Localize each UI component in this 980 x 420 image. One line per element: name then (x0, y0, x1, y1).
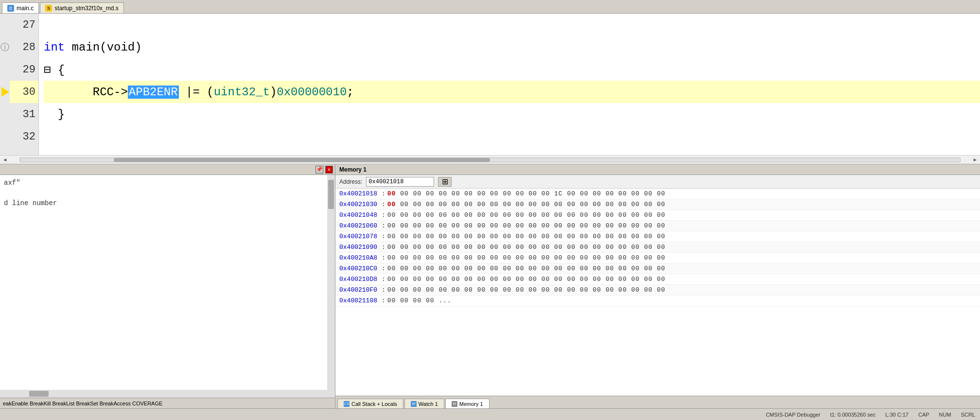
mem-bytes-10: 00 00 00 00 00 00 00 00 00 00 00 00 00 0… (387, 286, 665, 294)
keyword-int: int (44, 41, 65, 54)
breakpoint-area: ⓘ (0, 14, 10, 155)
tab-main-c-label: main.c (17, 5, 34, 12)
code-text-31: } (44, 108, 65, 121)
tab-callstack[interactable]: CS Call Stack + Locals (337, 399, 403, 408)
tab-memory1-label: Memory 1 (459, 401, 483, 407)
memory-row-11: 0x40021108 : 00 00 00 00 ... (335, 296, 980, 306)
info-icon-28: ⓘ (0, 41, 9, 53)
bp-slot-30 (0, 81, 10, 103)
memory-address-bar: Address: ⊞ (335, 175, 980, 189)
line-info-27: 27 (10, 14, 38, 36)
status-bar: CMSIS-DAP Debugger t1: 0.00035260 sec L:… (0, 408, 980, 420)
tab-startup[interactable]: S startup_stm32f10x_md.s (40, 2, 123, 13)
mem-addr-9: 0x400210D8 (335, 276, 382, 283)
keyword-uint32: uint32_t (214, 86, 270, 99)
tab-startup-label: startup_stm32f10x_md.s (54, 5, 118, 12)
code-line-30: RCC->APB2ENR |= (uint32_t)0x00000010; (44, 81, 980, 103)
status-time: t1: 0.00035260 sec (830, 412, 876, 418)
scroll-thumb-v (328, 180, 334, 209)
tab-bar: C main.c S startup_stm32f10x_md.s (0, 0, 980, 14)
line-number-gutter: 27 28 29 30 31 32 (10, 14, 39, 155)
mem-bytes-4: 00 00 00 00 00 00 00 00 00 00 00 00 00 0… (387, 222, 665, 229)
mem-bytes-7: 00 00 00 00 00 00 00 00 00 00 00 00 00 0… (387, 254, 665, 262)
bottom-section: 📌 ✕ axf" d line number eakEnable BreakKi… (0, 164, 980, 408)
status-scrl: SCRL (961, 412, 975, 418)
code-text-30a: |= ( (179, 86, 214, 99)
mem-addr-7: 0x400210A8 (335, 254, 382, 262)
horizontal-scrollbar[interactable]: ◀ ▶ (0, 155, 980, 164)
code-line-28: int main(void) (44, 36, 980, 58)
line-number-31: 31 (23, 108, 35, 121)
address-label: Address: (339, 178, 362, 185)
scroll-thumb-h (29, 391, 49, 397)
mem-bytes-3: 00 00 00 00 00 00 00 00 00 00 00 00 00 0… (387, 211, 665, 219)
console-line-2 (4, 188, 331, 198)
watch-icon: W (411, 401, 417, 407)
memory-row-8: 0x400210C0 : 00 00 00 00 00 00 00 00 00 … (335, 263, 980, 274)
current-line-arrow (1, 87, 9, 97)
line-number-29: 29 (23, 64, 35, 76)
status-location: L:30 C:17 (885, 412, 909, 418)
scroll-track[interactable] (19, 158, 961, 162)
code-hex-value: 0x00000010 (277, 86, 347, 99)
line-info-30: 30 (10, 81, 38, 103)
code-indent-30: RCC-> (44, 86, 128, 99)
memory-row-5: 0x40021078 : 00 00 00 00 00 00 00 00 00 … (335, 231, 980, 242)
line-number-30: 30 (23, 86, 35, 98)
code-editor: ⓘ 27 28 29 30 (0, 14, 980, 164)
status-num: NUM (939, 412, 951, 418)
memory-title: Memory 1 (339, 166, 367, 173)
callstack-icon: CS (344, 401, 350, 407)
code-lines[interactable]: int main(void) ⊟ { RCC->APB2ENR |= (uint… (39, 14, 980, 155)
mem-bytes-1: 00 00 00 00 00 00 00 00 00 00 00 00 00 1… (387, 190, 665, 197)
mem-addr-11: 0x40021108 (335, 297, 382, 304)
memory-row-1: 0x40021018 : 00 00 00 00 00 00 00 00 00 … (335, 189, 980, 199)
mem-addr-10: 0x400210F0 (335, 286, 382, 294)
memory-bottom-tabs: CS Call Stack + Locals W Watch 1 M Memor… (335, 396, 980, 408)
tab-main-c[interactable]: C main.c (2, 2, 39, 13)
horizontal-scrollbar-console[interactable] (0, 390, 327, 398)
pin-button[interactable]: 📌 (315, 166, 323, 174)
line-info-31: 31 (10, 103, 38, 125)
code-line-27 (44, 14, 980, 36)
code-semicolon-30: ; (347, 86, 353, 99)
address-input[interactable] (366, 177, 434, 187)
code-line-29: ⊟ { (44, 58, 980, 81)
line-info-29: 29 (10, 58, 38, 81)
code-line-32 (44, 125, 980, 148)
line-info-28: 28 (10, 36, 38, 58)
bp-slot-27 (0, 14, 10, 36)
mem-addr-8: 0x400210C0 (335, 265, 382, 272)
console-line-1: axf" (4, 178, 331, 188)
s-file-icon: S (45, 5, 52, 12)
line-number-28: 28 (23, 41, 35, 53)
address-browse-button[interactable]: ⊞ (438, 177, 452, 187)
bp-slot-32 (0, 125, 10, 148)
scroll-left-btn[interactable]: ◀ (0, 157, 10, 163)
code-text-28a: main(void) (65, 41, 141, 54)
close-button[interactable]: ✕ (325, 166, 333, 174)
bp-slot-29 (0, 58, 10, 81)
memory-row-4: 0x40021060 : 00 00 00 00 00 00 00 00 00 … (335, 221, 980, 231)
code-content: ⓘ 27 28 29 30 (0, 14, 980, 155)
mem-bytes-5: 00 00 00 00 00 00 00 00 00 00 00 00 00 0… (387, 233, 665, 240)
memory-row-2: 0x40021030 : 00 00 00 00 00 00 00 00 00 … (335, 199, 980, 210)
line-number-27: 27 (23, 19, 35, 31)
code-text-30b: ) (270, 86, 277, 99)
tab-watch1-label: Watch 1 (419, 401, 438, 407)
console-line-3: d line number (4, 198, 331, 209)
panel-bottom-bar: eakEnable BreakKill BreakList BreakSet B… (0, 398, 335, 408)
memory-row-3: 0x40021048 : 00 00 00 00 00 00 00 00 00 … (335, 210, 980, 221)
memory-content: 0x40021018 : 00 00 00 00 00 00 00 00 00 … (335, 189, 980, 396)
vertical-scrollbar[interactable] (327, 175, 335, 398)
scroll-right-btn[interactable]: ▶ (970, 157, 980, 163)
console-text: axf" d line number (4, 178, 331, 209)
right-panel: Memory 1 Address: ⊞ 0x40021018 : 00 00 0… (335, 164, 980, 408)
mem-bytes-6: 00 00 00 00 00 00 00 00 00 00 00 00 00 0… (387, 244, 665, 251)
console-content: axf" d line number (0, 175, 335, 398)
tab-memory1[interactable]: M Memory 1 (445, 399, 490, 408)
mem-addr-3: 0x40021048 (335, 211, 382, 219)
mem-bytes-9: 00 00 00 00 00 00 00 00 00 00 00 00 00 0… (387, 276, 665, 283)
line-info-32: 32 (10, 125, 38, 148)
tab-watch1[interactable]: W Watch 1 (404, 399, 444, 408)
